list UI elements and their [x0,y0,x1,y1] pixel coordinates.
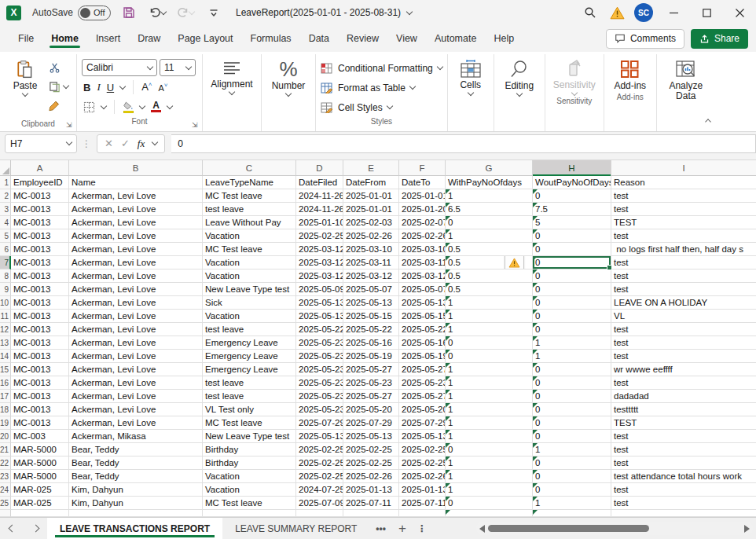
row-header-13[interactable]: 13 [0,336,11,350]
cell-H14[interactable]: 1 [533,350,611,363]
row-header-5[interactable]: 5 [0,229,11,243]
cell-D22[interactable]: 2025-02-25 [296,456,343,470]
format-as-table-button[interactable]: Format as Table [321,79,442,96]
maximize-button[interactable] [690,0,723,25]
row-header-21[interactable]: 21 [0,443,11,456]
cell-B21[interactable]: Bear, Teddy [69,443,203,456]
cell-C1[interactable]: LeaveTypeName [203,176,296,189]
column-header-I[interactable]: I [611,160,756,176]
font-name-select[interactable]: Calibri [82,59,157,76]
cell-A20[interactable]: MC-003 [11,430,69,443]
cell-E1[interactable]: DateFrom [343,176,399,189]
cell-I17[interactable]: dadadad [611,390,756,403]
column-header-G[interactable]: G [446,160,533,176]
cell-D19[interactable]: 2025-07-29 [296,416,343,430]
cell-E17[interactable]: 2025-05-27 [343,390,399,403]
cell-H23[interactable]: 0 [533,470,611,483]
cell-D26[interactable] [296,510,343,517]
cell-I14[interactable]: test [611,350,756,363]
row-header-26[interactable] [0,510,11,517]
cell-F10[interactable]: 2025-05-13 [399,296,446,310]
fx-dropdown-icon[interactable] [152,139,158,145]
cell-E4[interactable]: 2025-02-03 [343,216,399,229]
cell-B1[interactable]: Name [69,176,203,189]
cell-E19[interactable]: 2025-07-29 [343,416,399,430]
copy-dropdown-icon[interactable] [63,82,69,88]
cell-E26[interactable] [343,510,399,517]
cell-C12[interactable]: test leave [203,323,296,336]
row-header-25[interactable]: 25 [0,497,11,510]
cell-F15[interactable]: 2025-05-27 [399,363,446,376]
cell-E10[interactable]: 2025-05-13 [343,296,399,310]
cell-C5[interactable]: Vacation [203,229,296,243]
cell-B14[interactable]: Ackerman, Levi Love [69,350,203,363]
row-header-4[interactable]: 4 [0,216,11,229]
cell-G8[interactable]: 0.5 [446,270,533,283]
cell-F22[interactable]: 2025-02-25 [399,456,446,470]
cell-H20[interactable]: 0 [533,430,611,443]
cell-I11[interactable]: VL [611,310,756,323]
row-header-15[interactable]: 15 [0,363,11,376]
decrease-font-button[interactable]: A˅ [158,82,167,93]
cell-I7[interactable]: test [611,256,756,270]
cell-D23[interactable]: 2025-02-25 [296,470,343,483]
cell-A18[interactable]: MC-0013 [11,403,69,416]
cell-H3[interactable]: 7.5 [533,203,611,216]
cell-F14[interactable]: 2025-05-19 [399,350,446,363]
ribbon-tab-draw[interactable]: Draw [129,28,169,50]
cell-H2[interactable]: 0 [533,189,611,203]
cell-H10[interactable]: 0 [533,296,611,310]
cell-I13[interactable]: test [611,336,756,350]
more-sheets-button[interactable]: ••• [369,518,392,539]
cell-B7[interactable]: Ackerman, Levi Love [69,256,203,270]
cell-F26[interactable] [399,510,446,517]
cell-G14[interactable]: 0 [446,350,533,363]
font-size-select[interactable]: 11 [160,59,196,76]
cell-H4[interactable]: 5 [533,216,611,229]
cell-C26[interactable] [203,510,296,517]
cell-A12[interactable]: MC-0013 [11,323,69,336]
cell-C25[interactable]: MC Test leave [203,497,296,510]
cell-D10[interactable]: 2025-05-13 [296,296,343,310]
cell-C20[interactable]: New Leave Type test [203,430,296,443]
cell-D14[interactable]: 2025-05-23 [296,350,343,363]
cell-A19[interactable]: MC-0013 [11,416,69,430]
font-color-button[interactable]: A [151,101,161,112]
cell-E5[interactable]: 2025-02-26 [343,229,399,243]
confirm-entry-icon[interactable]: ✓ [121,138,130,149]
cell-G4[interactable]: 0 [446,216,533,229]
borders-dropdown-icon[interactable] [101,102,107,108]
cell-B17[interactable]: Ackerman, Levi Love [69,390,203,403]
select-all-corner[interactable] [0,160,11,176]
cell-I15[interactable]: wr wwwe eeffff [611,363,756,376]
cell-G2[interactable]: 1 [446,189,533,203]
cell-I22[interactable]: test [611,456,756,470]
paste-button[interactable]: Paste [5,56,46,96]
cell-H21[interactable]: 1 [533,443,611,456]
cell-E14[interactable]: 2025-05-19 [343,350,399,363]
row-header-8[interactable]: 8 [0,270,11,283]
cell-D21[interactable]: 2025-02-25 [296,443,343,456]
cell-D25[interactable]: 2025-07-09 [296,497,343,510]
cell-E22[interactable]: 2025-02-25 [343,456,399,470]
cell-D17[interactable]: 2025-05-23 [296,390,343,403]
cell-H25[interactable]: 1 [533,497,611,510]
cell-I21[interactable]: test [611,443,756,456]
cell-G13[interactable]: 0 [446,336,533,350]
column-header-B[interactable]: B [69,160,203,176]
cell-H15[interactable]: 0 [533,363,611,376]
cell-G23[interactable]: 1 [446,470,533,483]
ribbon-tab-view[interactable]: View [387,28,426,50]
cell-G24[interactable]: 1 [446,483,533,497]
column-header-A[interactable]: A [11,160,69,176]
name-box[interactable]: H7 [5,134,77,153]
cell-H26[interactable] [533,510,611,517]
cell-F13[interactable]: 2025-05-16 [399,336,446,350]
cell-I19[interactable]: TEST [611,416,756,430]
column-header-F[interactable]: F [399,160,446,176]
cell-C13[interactable]: Emergency Leave [203,336,296,350]
cell-F17[interactable]: 2025-05-27 [399,390,446,403]
cell-I25[interactable]: test [611,497,756,510]
cell-F9[interactable]: 2025-05-07 [399,283,446,296]
title-dropdown-icon[interactable] [406,8,413,14]
